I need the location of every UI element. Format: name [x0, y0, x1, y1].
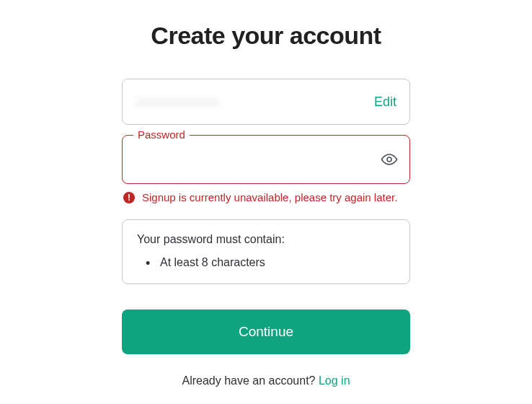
continue-button[interactable]: Continue — [122, 309, 410, 354]
error-message-row: ! Signup is currently unavailable, pleas… — [122, 191, 410, 203]
password-label: Password — [133, 128, 190, 141]
eye-icon[interactable] — [381, 151, 398, 168]
requirements-list: At least 8 characters — [137, 256, 395, 269]
edit-email-button[interactable]: Edit — [374, 95, 396, 110]
password-input[interactable] — [134, 136, 381, 183]
requirement-item: At least 8 characters — [146, 256, 395, 269]
email-field: xxxxxxxxxxxxx Edit — [122, 79, 410, 125]
login-prompt-text: Already have an account? — [182, 374, 315, 387]
svg-point-0 — [387, 157, 391, 162]
password-field — [122, 135, 410, 184]
page-title: Create your account — [122, 22, 410, 50]
password-field-wrapper: Password — [122, 135, 410, 184]
login-prompt: Already have an account? Log in — [122, 374, 410, 387]
email-value: xxxxxxxxxxxxx — [136, 95, 220, 110]
password-requirements: Your password must contain: At least 8 c… — [122, 219, 410, 284]
error-icon: ! — [123, 192, 135, 203]
login-link[interactable]: Log in — [319, 374, 350, 387]
requirements-title: Your password must contain: — [137, 233, 395, 246]
error-text: Signup is currently unavailable, please … — [142, 191, 397, 203]
signup-form: Create your account xxxxxxxxxxxxx Edit P… — [122, 22, 410, 387]
